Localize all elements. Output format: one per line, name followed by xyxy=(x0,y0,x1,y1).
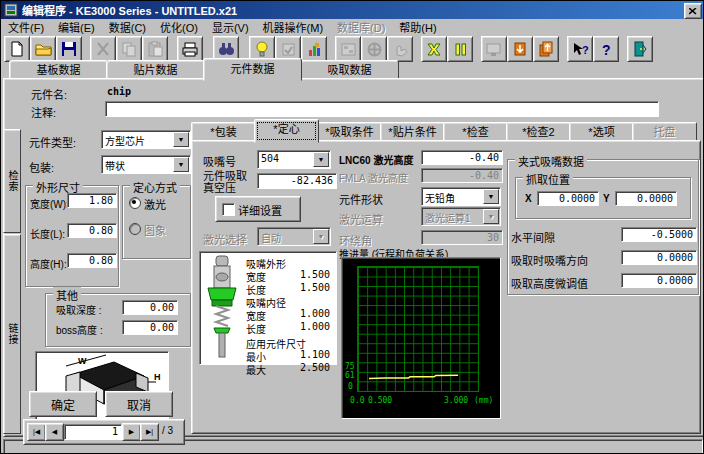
pick-depth-input[interactable]: 0.00 xyxy=(122,300,178,315)
horizontal-gap-input[interactable]: -0.5000 xyxy=(621,227,697,242)
height-label: 高度(H): xyxy=(30,256,67,271)
other-title: 其他 xyxy=(53,287,81,303)
component-shape-label: 元件形状 xyxy=(339,191,383,207)
print-button[interactable] xyxy=(177,36,203,62)
detail-settings-checkbox[interactable] xyxy=(222,203,235,216)
cancel-button[interactable]: 取消 xyxy=(105,391,173,417)
component-centering-button[interactable] xyxy=(421,36,447,62)
nav-prev-button[interactable]: ◀ xyxy=(45,423,64,441)
exit-button[interactable] xyxy=(627,36,653,62)
menu-edit[interactable]: 编辑(E) xyxy=(51,18,102,36)
boss-height-label: boss高度 : xyxy=(56,322,103,337)
paste-button xyxy=(142,36,168,62)
wrap-angle-input: 30 xyxy=(421,230,503,245)
boss-height-input[interactable]: 0.00 xyxy=(122,320,178,335)
laser-select-combo: 自动 ▼ xyxy=(257,227,331,246)
open-folder-icon xyxy=(35,41,52,57)
part-name-label: 元件名: xyxy=(31,86,67,102)
question-icon: ? xyxy=(600,42,612,57)
title-bar[interactable]: 编辑程序 - KE3000 Series - UNTITLED.x21 xyxy=(1,1,704,19)
tab-pickup-data[interactable]: 吸取数据 xyxy=(300,60,399,80)
laser-radio[interactable] xyxy=(129,197,141,209)
menu-view[interactable]: 显示(V) xyxy=(205,18,256,36)
chevron-down-icon[interactable]: ▼ xyxy=(483,189,499,204)
menu-bar: 文件(F) 编辑(E) 数据(C) 优化(O) 显示(V) 机器操作(M) 数据… xyxy=(1,19,704,35)
package-select[interactable]: 带状 ▼ xyxy=(101,155,191,174)
apply-max-value: 2.500 xyxy=(300,362,330,373)
pickup-height-fine-input[interactable]: 0.0000 xyxy=(621,273,697,288)
svg-text:H: H xyxy=(154,372,161,382)
statistics-button[interactable] xyxy=(301,36,327,62)
close-button[interactable] xyxy=(684,3,702,19)
manual-button xyxy=(387,36,413,62)
menu-file[interactable]: 文件(F) xyxy=(1,18,51,36)
height-input[interactable]: 0.80 xyxy=(67,253,117,268)
feeder-icon xyxy=(367,42,382,57)
open-file-button[interactable] xyxy=(30,36,56,62)
subtab-centering[interactable]: *定心 xyxy=(254,119,319,143)
nozzle-no-label: 吸嘴号 xyxy=(203,153,236,169)
menu-machine[interactable]: 机器操作(M) xyxy=(256,18,331,36)
part-name-value: chip xyxy=(107,86,131,97)
ok-button[interactable]: 确定 xyxy=(29,391,97,417)
lnc60-laser-height-input[interactable]: -0.40 xyxy=(421,150,503,165)
help-button[interactable]: ? xyxy=(593,36,619,62)
record-nav-bar: |◀ ◀ 1 ▶ ▶| / 3 xyxy=(23,419,185,445)
nozzle-l2-value: 1.000 xyxy=(300,321,330,332)
tab-board-data[interactable]: 基板数据 xyxy=(9,60,108,80)
grab-x-label: X xyxy=(525,193,532,204)
nav-next-button[interactable]: ▶ xyxy=(122,423,141,441)
side-tab-search[interactable]: 检索 xyxy=(3,129,21,233)
menu-optimize[interactable]: 优化(O) xyxy=(153,18,205,36)
tab-component-data[interactable]: 元件数据 xyxy=(203,58,302,81)
copy-button xyxy=(116,36,142,62)
tab-placement-data[interactable]: 贴片数据 xyxy=(106,60,205,80)
grab-position-title: 抓取位置 xyxy=(523,171,573,187)
push-graph-line xyxy=(357,266,477,390)
image-radio-label: 图象 xyxy=(144,222,166,238)
nozzle-no-select[interactable]: 504 ▼ xyxy=(257,150,331,169)
grab-y-input[interactable]: 0.0000 xyxy=(615,191,677,206)
side-tab-link[interactable]: 链接 xyxy=(3,234,21,434)
new-file-button[interactable] xyxy=(4,36,30,62)
grab-x-input[interactable]: 0.0000 xyxy=(537,191,599,206)
length-input[interactable]: 0.80 xyxy=(67,223,117,238)
svg-text:?: ? xyxy=(602,42,611,57)
cut-button xyxy=(90,36,116,62)
width-input[interactable]: 1.80 xyxy=(67,193,117,208)
laser-calc-label: 激光运算 xyxy=(339,211,383,227)
page-number-input[interactable]: 1 xyxy=(64,424,122,440)
new-file-icon xyxy=(9,41,25,57)
ytick-61: 61 xyxy=(345,371,355,380)
binoculars-icon xyxy=(218,42,235,56)
printer-icon xyxy=(182,42,199,57)
chevron-down-icon[interactable]: ▼ xyxy=(313,152,329,167)
nozzle-w2-value: 1.000 xyxy=(300,308,330,319)
context-help-button[interactable]: ? xyxy=(567,36,593,62)
centering-x-icon xyxy=(426,42,442,57)
upload-button[interactable] xyxy=(533,36,559,62)
pickup-ii-icon xyxy=(453,42,468,57)
component-pickup-button[interactable] xyxy=(447,36,473,62)
chevron-down-icon[interactable]: ▼ xyxy=(173,157,189,172)
pickup-nozzle-direction-input[interactable]: 0.0000 xyxy=(621,250,697,265)
statistics-icon xyxy=(307,42,322,57)
save-file-button[interactable] xyxy=(56,36,82,62)
download-button[interactable] xyxy=(507,36,533,62)
svg-text:?: ? xyxy=(582,44,589,56)
nav-first-button[interactable]: |◀ xyxy=(27,423,46,441)
comment-input[interactable] xyxy=(105,101,659,117)
component-shape-select[interactable]: 无铅角 ▼ xyxy=(421,187,501,206)
menu-help[interactable]: 帮助(H) xyxy=(392,18,443,36)
chevron-down-icon: ▼ xyxy=(483,209,499,224)
width-label: 宽度(W): xyxy=(30,196,69,211)
lnc60-laser-height-label: LNC60 激光高度 xyxy=(339,152,413,167)
vacuum-input[interactable]: -82.436 xyxy=(257,173,337,189)
package-value: 带状 xyxy=(105,158,174,173)
nav-last-button[interactable]: ▶| xyxy=(140,423,159,441)
component-type-select[interactable]: 方型芯片 ▼ xyxy=(101,130,191,149)
chevron-down-icon[interactable]: ▼ xyxy=(173,132,189,147)
window-title: 编辑程序 - KE3000 Series - UNTITLED.x21 xyxy=(22,2,237,18)
menu-data[interactable]: 数据(C) xyxy=(102,18,153,36)
component-type-value: 方型芯片 xyxy=(105,133,174,148)
